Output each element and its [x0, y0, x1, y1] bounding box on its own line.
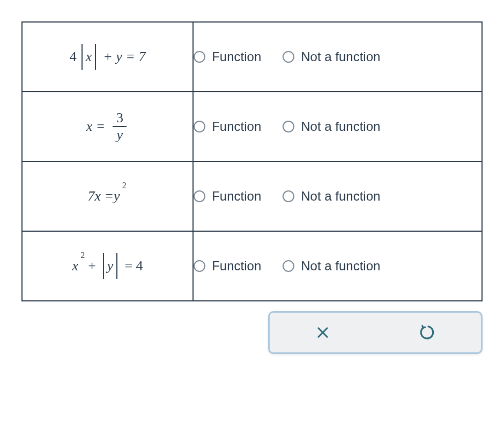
options-cell: Function Not a function: [193, 231, 482, 301]
table-row: x = 3 y Function: [22, 92, 482, 161]
clear-button[interactable]: [311, 321, 335, 344]
close-icon: [315, 325, 330, 340]
options-cell: Function Not a function: [193, 92, 482, 161]
equation-cell: 7x = y 2: [22, 161, 193, 231]
radio-icon: [194, 121, 205, 132]
power-sup: 2: [80, 250, 85, 260]
radio-not-function[interactable]: Not a function: [283, 119, 380, 134]
radio-not-function[interactable]: Not a function: [283, 49, 380, 64]
table-row: 4 x + y = 7 Function: [22, 22, 482, 92]
table-row: 7x = y 2 Function Not a fun: [22, 161, 482, 231]
radio-label: Function: [212, 259, 261, 274]
undo-button[interactable]: [417, 321, 440, 344]
radio-function[interactable]: Function: [194, 119, 261, 134]
eq-rest: + y = 7: [103, 49, 145, 65]
radio-icon: [194, 260, 205, 272]
abs-group: y: [101, 253, 120, 279]
options-cell: Function Not a function: [193, 161, 482, 231]
equation-cell: x = 3 y: [22, 92, 193, 161]
options-cell: Function Not a function: [193, 22, 482, 92]
radio-icon: [283, 190, 294, 202]
abs-var: x: [83, 49, 95, 65]
abs-var: y: [104, 258, 117, 274]
radio-function[interactable]: Function: [194, 189, 261, 204]
coef: 4: [70, 49, 77, 65]
equation-cell: x 2 + y = 4: [22, 231, 193, 301]
table-row: x 2 + y = 4 Function: [22, 231, 482, 301]
equations-table: 4 x + y = 7 Function: [21, 21, 483, 301]
power-sup: 2: [122, 181, 127, 190]
radio-icon: [283, 51, 294, 63]
radio-label: Not a function: [301, 259, 380, 274]
radio-label: Not a function: [301, 49, 380, 64]
eq-lhs: x =: [86, 119, 106, 135]
fraction: 3 y: [113, 110, 127, 143]
radio-function[interactable]: Function: [194, 259, 261, 274]
power: x 2: [72, 258, 79, 274]
equation-4: x 2 + y = 4: [72, 253, 143, 279]
radio-not-function[interactable]: Not a function: [283, 189, 380, 204]
eq-lhs: 7x =: [88, 188, 114, 204]
radio-label: Function: [212, 119, 261, 134]
action-bar: [268, 311, 483, 354]
radio-icon: [194, 51, 205, 63]
radio-icon: [283, 260, 294, 272]
abs-group: x: [80, 44, 98, 70]
plus: +: [88, 258, 96, 274]
equation-2: x = 3 y: [86, 110, 129, 143]
radio-icon: [283, 121, 294, 132]
equation-3: 7x = y 2: [88, 188, 128, 204]
frac-den: y: [114, 127, 127, 143]
undo-icon: [420, 324, 436, 341]
power: y 2: [114, 188, 120, 204]
eq-rest: = 4: [124, 258, 143, 274]
equation-cell: 4 x + y = 7: [22, 22, 193, 92]
radio-icon: [194, 190, 205, 202]
radio-label: Function: [212, 49, 261, 64]
power-base: y: [114, 188, 120, 204]
frac-num: 3: [113, 110, 127, 126]
radio-not-function[interactable]: Not a function: [283, 259, 380, 274]
radio-label: Not a function: [301, 119, 380, 134]
radio-function[interactable]: Function: [194, 49, 261, 64]
radio-label: Not a function: [301, 189, 380, 204]
radio-label: Function: [212, 189, 261, 204]
equation-1: 4 x + y = 7: [70, 44, 146, 70]
power-base: x: [72, 258, 79, 274]
